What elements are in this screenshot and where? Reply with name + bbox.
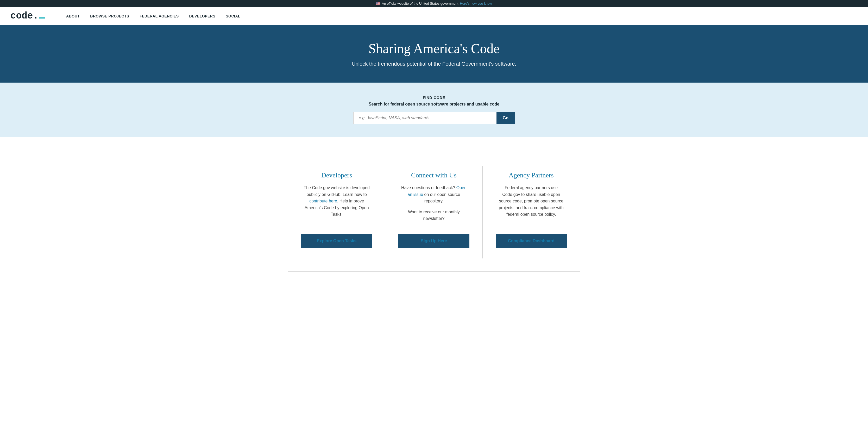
nav-item-about[interactable]: ABOUT: [61, 7, 85, 25]
nav-link-federal-agencies[interactable]: FEDERAL AGENCIES: [134, 7, 184, 25]
logo-text: code.: [10, 11, 38, 21]
cards-section-wrapper: Developers The Code.gov website is devel…: [0, 137, 868, 288]
developers-card: Developers The Code.gov website is devel…: [288, 166, 385, 259]
search-section: FIND CODE Search for federal open source…: [0, 83, 868, 137]
gov-banner-text: An official website of the United States…: [382, 2, 458, 5]
cards-grid: Developers The Code.gov website is devel…: [288, 166, 580, 259]
hero-subtitle: Unlock the tremendous potential of the F…: [5, 61, 863, 67]
heres-how-link[interactable]: Here's how you know: [460, 2, 492, 5]
hero-title: Sharing America's Code: [5, 41, 863, 56]
agency-partners-card-text: Federal agency partners use Code.gov to …: [496, 184, 567, 218]
nav-link-social[interactable]: SOCIAL: [220, 7, 246, 25]
logo-underscore: [39, 18, 45, 19]
cards-section: Developers The Code.gov website is devel…: [278, 137, 590, 288]
flag-icon: 🇺🇸: [376, 2, 380, 5]
nav-links-list: ABOUT BROWSE PROJECTS FEDERAL AGENCIES D…: [61, 7, 246, 25]
nav-link-developers[interactable]: DEVELOPERS: [184, 7, 221, 25]
connect-card-title: Connect with Us: [398, 172, 469, 179]
site-logo[interactable]: code.: [10, 11, 45, 21]
compliance-dashboard-button[interactable]: Compliance Dashboard: [496, 234, 567, 248]
nav-link-about[interactable]: ABOUT: [61, 7, 85, 25]
bottom-divider: [288, 271, 580, 272]
connect-card-text2: Want to receive our monthly newsletter?: [398, 209, 469, 222]
search-button[interactable]: Go: [496, 112, 515, 124]
sign-up-here-button[interactable]: Sign Up Here: [398, 234, 469, 248]
nav-item-social[interactable]: SOCIAL: [220, 7, 246, 25]
search-subtitle: Search for federal open source software …: [5, 102, 863, 107]
developers-card-title: Developers: [301, 172, 372, 179]
hero-section: Sharing America's Code Unlock the tremen…: [0, 25, 868, 83]
main-navigation: code. ABOUT BROWSE PROJECTS FEDERAL AGEN…: [0, 7, 868, 25]
nav-link-browse-projects[interactable]: BROWSE PROJECTS: [85, 7, 134, 25]
nav-item-developers[interactable]: DEVELOPERS: [184, 7, 221, 25]
developers-card-text: The Code.gov website is developed public…: [301, 184, 372, 218]
agency-partners-card: Agency Partners Federal agency partners …: [483, 166, 580, 259]
connect-card-text1b: on our open source repository.: [423, 192, 460, 204]
connect-card-text1: Have questions or feedback? Open an issu…: [398, 184, 469, 205]
search-input[interactable]: [353, 112, 496, 124]
gov-banner: 🇺🇸 An official website of the United Sta…: [0, 0, 868, 7]
nav-item-browse-projects[interactable]: BROWSE PROJECTS: [85, 7, 134, 25]
nav-item-federal-agencies[interactable]: FEDERAL AGENCIES: [134, 7, 184, 25]
explore-open-tasks-button[interactable]: Explore Open Tasks: [301, 234, 372, 248]
connect-card: Connect with Us Have questions or feedba…: [385, 166, 483, 259]
find-code-label: FIND CODE: [5, 96, 863, 100]
contribute-here-link[interactable]: contribute here: [309, 199, 337, 203]
search-bar: Go: [353, 112, 515, 124]
agency-partners-card-title: Agency Partners: [496, 172, 567, 179]
